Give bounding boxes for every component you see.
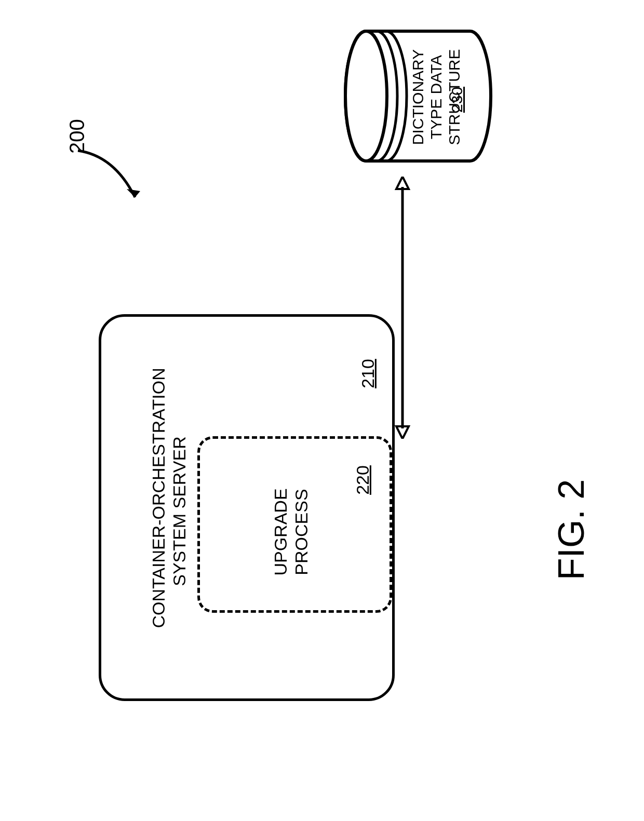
svg-point-4	[345, 31, 387, 161]
datastore-title-line1: DICTIONARY	[409, 40, 427, 154]
bidirectional-arrow-icon	[391, 177, 414, 439]
process-ref-number: 220	[353, 465, 373, 495]
process-title-line2: PROCESS	[291, 480, 312, 584]
patent-figure-2: 200 CONTAINER-ORCHESTRATION SYSTEM SERVE…	[0, 0, 644, 821]
server-ref-number: 210	[358, 359, 378, 388]
process-title-line1: UPGRADE	[271, 480, 291, 584]
server-title-line1: CONTAINER-ORCHESTRATION	[149, 395, 169, 628]
figure-caption: FIG. 2	[551, 457, 592, 602]
datastore-title-line2: TYPE DATA	[427, 40, 445, 154]
server-title-line2: SYSTEM SERVER	[169, 395, 190, 628]
datastore-ref-number: 230	[448, 87, 466, 113]
fig-ref-arrow-icon	[73, 145, 145, 208]
